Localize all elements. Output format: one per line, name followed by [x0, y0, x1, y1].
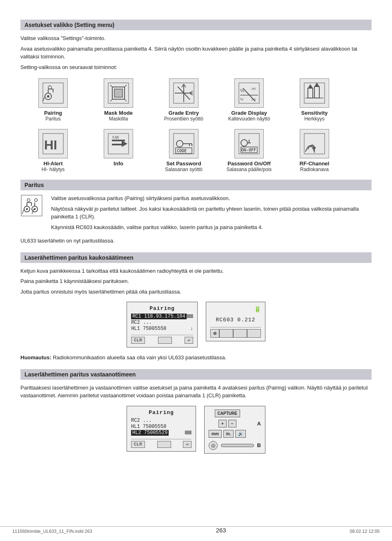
- label-a: A: [257, 421, 261, 427]
- label-a-col: A: [255, 421, 261, 427]
- paritus-small-svg: [20, 194, 43, 225]
- sensitivity-icon-box: [300, 78, 329, 108]
- set-password-label-en: Set Password: [166, 160, 201, 167]
- rc603-link-btn[interactable]: ⊕: [210, 329, 219, 338]
- rf-channel-svg: [302, 131, 327, 156]
- grade-entry-svg: [172, 81, 196, 105]
- icon-sensitivity: Sensitivity Herkkyys: [282, 78, 347, 122]
- svg-line-65: [22, 209, 24, 214]
- capture-btn[interactable]: CAPTURE: [215, 410, 240, 417]
- label-b: B: [257, 442, 261, 448]
- paritus-content: Valitse asetusvalikossa paritus (Pairing…: [20, 194, 372, 234]
- enter-btn-2[interactable]: ↩: [183, 441, 192, 448]
- svg-line-12: [125, 85, 127, 87]
- empty-btn-2: [157, 441, 171, 448]
- enter-btn[interactable]: ↩: [185, 337, 193, 344]
- grade-entry-label-en: Grade Entry: [169, 110, 199, 116]
- rc603-battery-icon: 🔋: [254, 306, 261, 313]
- laser-pairing-line-2: Paina painiketta 1 käynnistääksesi parit…: [20, 277, 372, 285]
- svg-rect-40: [112, 140, 125, 141]
- circle-btn-b[interactable]: ◎: [209, 441, 218, 450]
- sensitivity-label-en: Sensitivity: [301, 110, 327, 116]
- svg-line-11: [110, 85, 112, 87]
- paritus-line-2: Näytössä näkyvät jo paritetut laitteet. …: [51, 205, 372, 221]
- mm-btn[interactable]: mm: [209, 430, 222, 438]
- set-password-icon-box: CODE: [169, 129, 198, 158]
- minus-btn[interactable]: −: [228, 420, 236, 427]
- pairing-label-en: Pairing: [44, 110, 62, 116]
- svg-line-6: [43, 96, 45, 101]
- pairing2-row-2-text: HL1 75005558: [131, 424, 166, 430]
- paritus-line-3: Käynnistä RC603 kaukosäädin, valitse par…: [51, 223, 372, 232]
- pairing2-row-2: HL1 75005558: [131, 424, 192, 430]
- pairing-icon-box: [38, 78, 68, 108]
- svg-point-69: [34, 208, 36, 210]
- rf-channel-label-en: RF-Channel: [300, 160, 330, 167]
- capture-top-row: CAPTURE + − mm in. 🔊 A: [209, 410, 261, 438]
- set-password-svg: CODE: [172, 131, 196, 156]
- svg-point-66: [27, 199, 30, 202]
- hi-alert-label-en: HI-Alert: [44, 160, 63, 167]
- capture-buttons-col: CAPTURE + − mm in. 🔊: [209, 410, 246, 438]
- intro-line-2: Avaa asetusvalikko painamalla perustilas…: [20, 45, 372, 61]
- svg-text:oo: oo: [252, 87, 256, 91]
- grade-display-icon-box: % oo % oo: [234, 78, 264, 108]
- pairing-row-1: RC1 118.93.175.184 ███: [131, 314, 193, 319]
- speaker-btn[interactable]: 🔊: [235, 430, 246, 438]
- note-line-1: Huomautus: Radiokommunikaation alueella …: [20, 354, 372, 362]
- svg-text:FAR: FAR: [112, 136, 119, 140]
- section-header-laser-pairing: Laserähettimen paritus kaukosäätimeen: [20, 252, 372, 263]
- svg-text:ON-OFF: ON-OFF: [241, 148, 256, 152]
- pairing2-row-1-text: RC2 ...: [131, 418, 151, 423]
- svg-text:%: %: [240, 97, 243, 101]
- footer-date: 08.02.12 12:05: [350, 529, 380, 534]
- pairing2-row-1: RC2 ...: [131, 418, 192, 423]
- password-onoff-label-fi: Salasana päälle/pois: [227, 167, 272, 172]
- rc603-display-text: RC603 0.212: [216, 317, 255, 323]
- laser-pairing-line-1: Ketjun kuva painikkeessa 1 tarkoittaa et…: [20, 267, 372, 275]
- hi-alert-label-fi: HI- hälytys: [42, 167, 65, 172]
- pairing2-row-3: HL2 75005529 ███: [131, 430, 192, 436]
- password-onoff-icon-box: ON-OFF: [234, 129, 264, 158]
- info-icon-box: FAR: [104, 129, 133, 158]
- set-password-label-fi: Salasanan syöttö: [165, 167, 203, 172]
- paritus-line-4: UL633 laserlähetin on nyt paritustilassa…: [20, 237, 372, 245]
- svg-text:oo: oo: [252, 97, 256, 101]
- page-content: Asetukset valikko (Setting menu) Valitse…: [0, 0, 392, 484]
- svg-point-51: [241, 140, 247, 146]
- mask-label-fi: Maskitila: [109, 116, 128, 122]
- svg-marker-34: [308, 84, 313, 88]
- mask-svg: [106, 81, 131, 105]
- clr-btn[interactable]: CLR: [131, 337, 145, 344]
- pairing-screen-1: Pairing RC1 118.93.175.184 ███ RC2 ... H…: [127, 302, 198, 347]
- clr-btn-2[interactable]: CLR: [131, 441, 145, 448]
- sensitivity-label-fi: Herkkyys: [304, 116, 324, 122]
- section-header-settings: Asetukset valikko (Setting menu): [20, 20, 372, 30]
- mask-icon-box: [104, 78, 133, 108]
- svg-point-67: [35, 199, 38, 202]
- svg-point-61: [26, 208, 28, 210]
- paritus-text: Valitse asetusvalikossa paritus (Pairing…: [51, 194, 372, 234]
- section-header-laser-receiver: Laserlähettimen paritus vastaanottimeen: [20, 369, 372, 380]
- info-svg: FAR: [106, 131, 131, 156]
- password-onoff-label-en: Password On/Off: [227, 160, 270, 167]
- pairing2-row-3-flag: ███: [185, 431, 192, 435]
- svg-point-7: [48, 86, 51, 89]
- pairing-row-3-text: HL1 75005558: [131, 326, 166, 332]
- pairing-row-2-text: RC2 ...: [131, 320, 151, 325]
- grade-display-label-fi: Kaltevuuden näyttö: [228, 116, 270, 122]
- paritus-icon: [20, 194, 45, 234]
- pairing-svg: [41, 81, 65, 105]
- pairing-screen-title: Pairing: [131, 305, 193, 312]
- rc603-screen-buttons: ⊕: [210, 327, 261, 338]
- rc603-empty-3: [247, 329, 261, 338]
- svg-point-2: [47, 95, 49, 98]
- laser-pairing-line-3: Jotta paritus onnistuisi myös laserlähet…: [20, 288, 372, 296]
- in-btn[interactable]: in.: [223, 430, 234, 438]
- rc603-icon-row: 🔋: [210, 306, 261, 313]
- capture-device: CAPTURE + − mm in. 🔊 A ◎: [204, 406, 265, 454]
- plus-btn[interactable]: +: [218, 420, 227, 427]
- rf-channel-icon-box: [300, 129, 329, 158]
- icon-grade-display: % oo % oo Grade Display Kaltevuuden näyt…: [216, 78, 282, 122]
- pairing-screen-2: Pairing RC2 ... HL1 75005558 HL2 7500552…: [127, 406, 196, 452]
